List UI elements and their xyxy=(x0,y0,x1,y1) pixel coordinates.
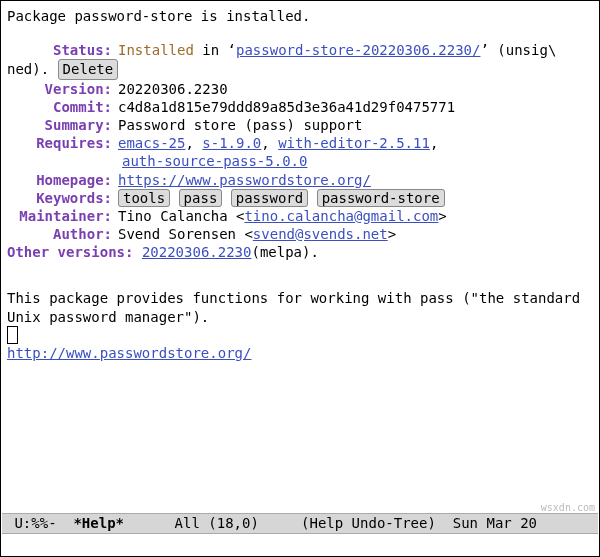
require-link-3[interactable]: with-editor-2.5.11 xyxy=(278,135,430,151)
status-row: Status: Installed in ‘password-store-202… xyxy=(7,41,593,59)
maintainer-row: Maintainer: Tino Calancha <tino.calancha… xyxy=(7,207,593,225)
summary-row: Summary: Password store (pass) support xyxy=(7,116,593,134)
require-link-2[interactable]: s-1.9.0 xyxy=(202,135,261,151)
description-paragraph: This package provides functions for work… xyxy=(7,289,593,325)
modeline-position: All (18,0) (Help Undo-Tree) Sun Mar 20 xyxy=(124,514,537,532)
require-link-4[interactable]: auth-source-pass-5.0.0 xyxy=(122,153,307,169)
other-version-source: (melpa). xyxy=(251,243,318,261)
author-name: Svend Sorensen < xyxy=(118,226,253,242)
homepage-row: Homepage: https://www.passwordstore.org/ xyxy=(7,171,593,189)
other-versions-label: Other versions: xyxy=(7,243,133,261)
version-label: Version: xyxy=(7,80,112,98)
keywords-row: Keywords: tools pass password password-s… xyxy=(7,189,593,207)
modeline-buffer-name: *Help* xyxy=(65,514,124,532)
status-after-text: ’ (unsig\ xyxy=(480,42,556,58)
other-versions-row: Other versions: 20220306.2230 (melpa). xyxy=(7,243,593,261)
point-cursor xyxy=(7,326,18,344)
help-buffer: Package password-store is installed. Sta… xyxy=(1,1,599,368)
commit-value: c4d8a1d815e79ddd89a85d3e36a41d29f0475771 xyxy=(112,98,455,116)
keyword-button-tools[interactable]: tools xyxy=(118,189,170,207)
delete-button[interactable]: Delete xyxy=(58,59,119,79)
commit-label: Commit: xyxy=(7,98,112,116)
modeline[interactable]: U:%%- *Help* All (18,0) (Help Undo-Tree)… xyxy=(2,513,598,534)
minibuffer[interactable] xyxy=(2,535,598,555)
status-dir-link[interactable]: password-store-20220306.2230/ xyxy=(236,42,480,58)
keyword-button-password-store[interactable]: password-store xyxy=(317,189,445,207)
maintainer-close: > xyxy=(438,208,446,224)
require-link-1[interactable]: emacs-25 xyxy=(118,135,185,151)
author-row: Author: Svend Sorensen <svend@svends.net… xyxy=(7,225,593,243)
homepage-label: Homepage: xyxy=(7,171,112,189)
package-header: Package password-store is installed. xyxy=(7,7,593,25)
requires-row: Requires: emacs-25, s-1.9.0, with-editor… xyxy=(7,134,593,152)
modeline-left: U:%%- xyxy=(6,514,65,532)
author-close: > xyxy=(388,226,396,242)
description-url-link[interactable]: http://www.passwordstore.org/ xyxy=(7,345,251,361)
maintainer-email-link[interactable]: tino.calancha@gmail.com xyxy=(244,208,438,224)
homepage-link[interactable]: https://www.passwordstore.org/ xyxy=(118,172,371,188)
maintainer-label: Maintainer: xyxy=(7,207,112,225)
keyword-button-pass[interactable]: pass xyxy=(179,189,223,207)
version-row: Version: 20220306.2230 xyxy=(7,80,593,98)
requires-label: Requires: xyxy=(7,134,112,152)
maintainer-name: Tino Calancha < xyxy=(118,208,244,224)
summary-value: Password store (pass) support xyxy=(112,116,362,134)
summary-label: Summary: xyxy=(7,116,112,134)
author-label: Author: xyxy=(7,225,112,243)
commit-row: Commit: c4d8a1d815e79ddd89a85d3e36a41d29… xyxy=(7,98,593,116)
status-label: Status: xyxy=(7,41,112,59)
other-version-link[interactable]: 20220306.2230 xyxy=(142,243,252,261)
status-row-2: ned). Delete xyxy=(7,59,593,79)
author-email-link[interactable]: svend@svends.net xyxy=(253,226,388,242)
status-line2: ned). xyxy=(7,60,49,78)
keyword-button-password[interactable]: password xyxy=(231,189,308,207)
status-in-text: in ‘ xyxy=(202,42,236,58)
keywords-label: Keywords: xyxy=(7,189,112,207)
status-value: Installed xyxy=(118,42,194,58)
requires-row-2: auth-source-pass-5.0.0 xyxy=(122,152,593,170)
version-value: 20220306.2230 xyxy=(112,80,228,98)
